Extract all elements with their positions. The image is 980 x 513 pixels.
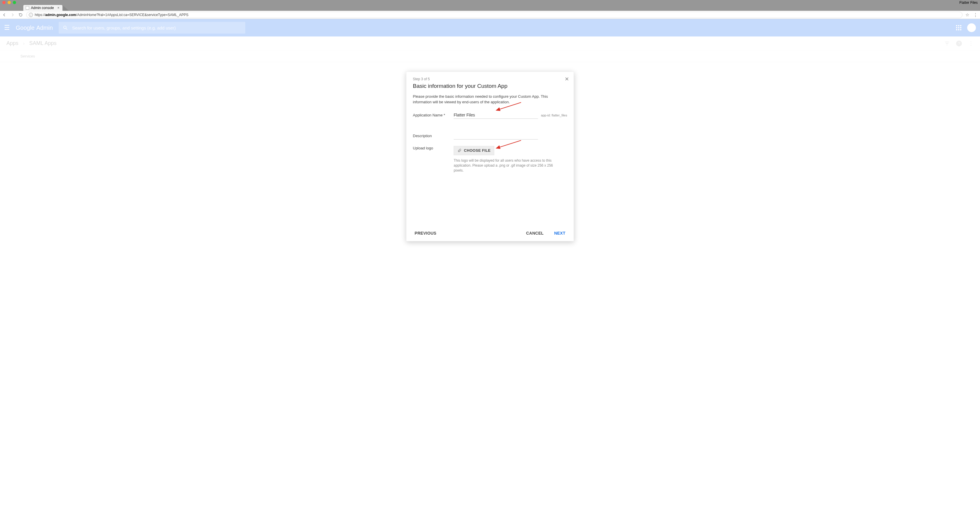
svg-line-2 [496,102,521,110]
modal-step: Step 3 of 5 [413,77,567,81]
description-label: Description [413,134,451,138]
browser-menu-icon[interactable]: ⋮ [973,12,978,18]
modal-footer: PREVIOUS CANCEL NEXT [407,226,574,241]
traffic-zoom-icon[interactable] [13,1,16,4]
back-button[interactable] [2,12,7,18]
browser-tab[interactable]: Admin console × [23,5,62,11]
traffic-close-icon[interactable] [2,1,6,4]
paperclip-icon [458,148,462,153]
tab-close-icon[interactable]: × [57,6,59,10]
reload-button[interactable] [18,12,23,18]
app-id-text: app-id: flatter_files [541,113,567,117]
annotation-arrow [493,101,523,113]
site-info-icon[interactable]: i [29,13,33,17]
description-input[interactable] [454,132,538,140]
next-button[interactable]: NEXT [552,231,567,236]
saml-custom-app-modal: ✕ Step 3 of 5 Basic information for your… [406,72,574,241]
cancel-button[interactable]: CANCEL [524,231,546,236]
previous-button[interactable]: PREVIOUS [413,231,438,236]
window-titlebar: Flatter Files [0,0,980,5]
upload-logo-label: Upload logo [413,146,451,150]
modal-description: Please provide the basic information nee… [413,94,567,105]
traffic-minimize-icon[interactable] [8,1,11,4]
tab-strip: Admin console × [0,5,980,11]
choose-file-label: CHOOSE FILE [464,148,491,153]
favicon-icon [25,6,29,10]
omnibox[interactable]: i https://admin.google.com/AdminHome?fra… [26,12,963,18]
address-bar: i https://admin.google.com/AdminHome?fra… [0,11,980,19]
url-text: https://admin.google.com/AdminHome?fral=… [35,13,960,17]
bookmark-icon[interactable]: ☆ [966,12,969,18]
upload-hint: This logo will be displayed for all user… [454,158,558,173]
tab-title: Admin console [31,6,54,10]
forward-button[interactable] [10,12,15,18]
close-icon[interactable]: ✕ [565,76,569,82]
choose-file-button[interactable]: CHOOSE FILE [454,146,495,155]
menubar-app-name: Flatter Files [959,1,978,5]
app-name-label: Application Name * [413,113,451,117]
annotation-arrow [493,139,523,151]
svg-line-3 [496,140,521,148]
modal-title: Basic information for your Custom App [413,83,567,89]
